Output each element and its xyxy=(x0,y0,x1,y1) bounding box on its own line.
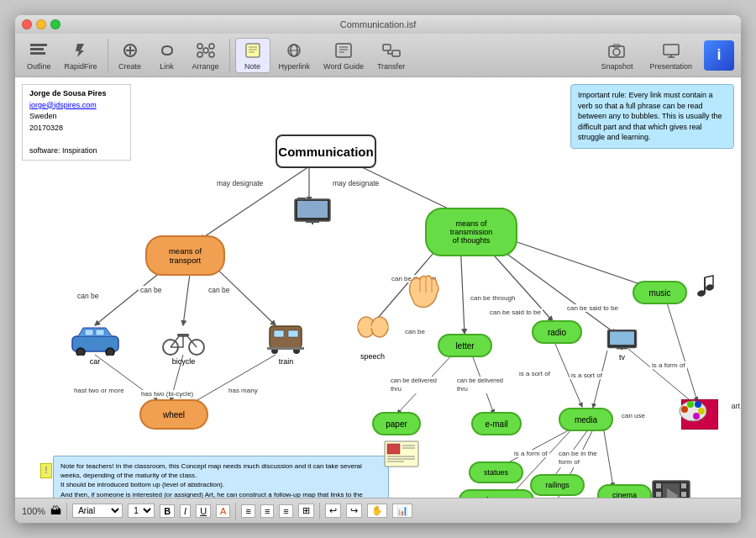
label-has-two: has two (bi-cycle) xyxy=(139,390,195,398)
music-label: music xyxy=(648,288,670,298)
arrange-label: Arrange xyxy=(192,62,219,71)
svg-line-55 xyxy=(603,426,613,487)
node-railings[interactable]: railings xyxy=(530,474,585,496)
cinema-label: cinema xyxy=(612,491,637,498)
node-cinema[interactable]: cinema xyxy=(597,484,652,498)
info-box: Important rule: Every link must contain … xyxy=(570,84,734,149)
node-email[interactable]: e-mail xyxy=(471,412,522,435)
align-left-button[interactable]: ≡ xyxy=(241,504,255,518)
node-statues[interactable]: statues xyxy=(469,462,523,483)
train-icon-area: train xyxy=(259,319,313,368)
svg-line-43 xyxy=(502,237,645,286)
svg-rect-57 xyxy=(610,331,634,345)
presentation-label: Presentation xyxy=(649,62,692,71)
label-sort-of-1: is a sort of xyxy=(517,370,552,377)
size-selector[interactable]: 12 10 14 16 xyxy=(128,504,155,518)
app-icon: i xyxy=(704,40,734,71)
user-date: 20170328 xyxy=(29,123,123,134)
font-selector[interactable]: Arial Helvetica Times xyxy=(72,504,123,518)
node-paper[interactable]: paper xyxy=(372,412,421,435)
minimize-button[interactable] xyxy=(36,19,46,29)
user-country: Sweden xyxy=(29,111,123,123)
node-radio[interactable]: radio xyxy=(532,320,582,344)
node-media[interactable]: media xyxy=(559,408,613,431)
maximize-button[interactable] xyxy=(50,19,60,29)
node-means-transport[interactable]: means oftransport xyxy=(145,235,225,276)
format-toolbar: 100% 🏔 Arial Helvetica Times 12 10 14 16… xyxy=(15,498,741,523)
label-can-be-2: can be xyxy=(139,286,164,294)
svg-rect-1 xyxy=(30,48,44,50)
svg-rect-28 xyxy=(664,45,679,55)
user-card: Jorge de Sousa Pires jorge@jdspires.com … xyxy=(22,84,131,161)
undo-button[interactable]: ↩ xyxy=(325,504,341,518)
italic-button[interactable]: I xyxy=(180,504,191,518)
transfer-icon xyxy=(380,40,403,61)
window-title: Communication.isf xyxy=(340,19,416,29)
canvas[interactable]: Jorge de Sousa Pires jorge@jdspires.com … xyxy=(15,77,741,498)
bold-button[interactable]: B xyxy=(160,504,175,518)
node-performance[interactable]: performance xyxy=(459,489,534,498)
label-has-many: has many xyxy=(227,387,260,394)
label-can-be-1: can be xyxy=(76,292,101,300)
tool-link[interactable]: Link xyxy=(150,40,184,71)
title-bar: Communication.isf xyxy=(15,15,741,34)
align-center-button[interactable]: ≡ xyxy=(260,504,274,518)
arrange-icon xyxy=(194,40,218,61)
car-label: car xyxy=(90,357,101,366)
node-music[interactable]: music xyxy=(633,281,687,304)
outline-icon xyxy=(27,40,50,61)
speech-label: speech xyxy=(360,352,385,361)
tool-snapshot[interactable]: Snapshot xyxy=(596,40,638,71)
svg-rect-71 xyxy=(288,330,298,337)
window-controls xyxy=(22,19,60,29)
media-label: media xyxy=(575,415,597,425)
outline-label: Outline xyxy=(27,62,51,71)
user-name: Jorge de Sousa Pires xyxy=(29,88,123,100)
node-letter[interactable]: letter xyxy=(438,334,492,357)
tool-wordguide[interactable]: Word Guide xyxy=(318,40,369,71)
bicycle-icon-area: bicycle xyxy=(156,321,211,367)
car-icon-area: car xyxy=(61,321,129,367)
close-button[interactable] xyxy=(22,19,32,29)
create-icon xyxy=(118,40,142,61)
label-form-of-1: is a form of xyxy=(650,361,687,369)
tool-note[interactable]: Note xyxy=(235,38,270,73)
note-text: Note for teachers! In the classroom, thi… xyxy=(60,462,381,498)
tool-outline[interactable]: Outline xyxy=(22,40,56,71)
underline-button[interactable]: U xyxy=(196,504,211,518)
svg-rect-19 xyxy=(336,44,351,57)
redo-button[interactable]: ↪ xyxy=(346,504,362,518)
tool-rapidfire[interactable]: RapidFire xyxy=(60,40,102,71)
svg-rect-74 xyxy=(267,347,304,350)
speech-icon-area: speech xyxy=(349,314,396,361)
tool-arrange[interactable]: Arrange xyxy=(187,40,224,71)
separator-bt3 xyxy=(319,503,320,520)
create-label: Create xyxy=(118,62,141,71)
tool-presentation[interactable]: Presentation xyxy=(644,40,697,71)
info-box-text: Important rule: Every link must contain … xyxy=(578,90,727,143)
hand-button[interactable]: ✋ xyxy=(367,504,387,518)
bicycle-label: bicycle xyxy=(172,357,196,366)
statues-label: statues xyxy=(484,468,508,477)
indent-button[interactable]: ⊞ xyxy=(298,504,314,518)
main-node[interactable]: Communication xyxy=(276,134,376,168)
node-means-transmission[interactable]: means oftransmissionof thoughts xyxy=(425,208,517,256)
label-hast-two: hast two or more xyxy=(72,387,126,394)
separator-bt2 xyxy=(235,503,236,520)
svg-rect-103 xyxy=(656,483,661,488)
tool-hyperlink[interactable]: Hyperlink xyxy=(274,40,316,71)
art-area: art xyxy=(681,399,723,431)
svg-rect-12 xyxy=(246,44,260,57)
separator-bt xyxy=(66,503,67,520)
presentation-icon xyxy=(659,40,683,61)
list-button[interactable]: ≡ xyxy=(279,504,292,518)
snapshot-label: Snapshot xyxy=(601,62,633,71)
label-can-be-through-2: can be through xyxy=(469,294,517,302)
svg-rect-70 xyxy=(274,330,284,337)
label-delivered-1: can be deliveredthru xyxy=(389,377,438,393)
tool-transfer[interactable]: Transfer xyxy=(372,40,410,71)
tool-create[interactable]: Create xyxy=(113,40,147,71)
node-wheel[interactable]: wheel xyxy=(139,399,208,430)
chart-button[interactable]: 📊 xyxy=(392,504,412,518)
color-button[interactable]: A xyxy=(216,504,230,518)
